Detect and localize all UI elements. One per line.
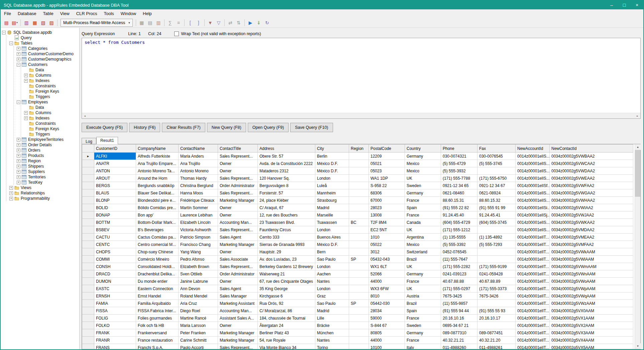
grid-cell[interactable] <box>349 278 369 285</box>
grid-cell[interactable]: Thomas Hardy <box>179 175 218 182</box>
grid-cell[interactable]: EASTC <box>94 285 136 292</box>
grid-cell[interactable]: Switzerland <box>405 248 441 256</box>
grid-cell[interactable]: Sales Represent... <box>218 175 258 182</box>
grid-cell[interactable]: BLONP <box>94 197 136 204</box>
grid-cell[interactable]: CHOPS <box>94 248 136 256</box>
minimize-button[interactable]: – <box>605 1 618 9</box>
grid-cell[interactable]: (5) 555-3932 <box>441 167 477 175</box>
grid-cell[interactable]: T2F 8M4 <box>369 219 405 226</box>
row-selector[interactable] <box>82 270 94 278</box>
grid-cell[interactable]: Madrid <box>315 307 349 315</box>
grid-cell[interactable]: Berkeley Gardens 12 Brewery <box>258 263 315 270</box>
grid-cell[interactable]: Mexico <box>405 160 441 167</box>
grid-cell[interactable]: Owner <box>218 204 258 211</box>
column-header-newcontactid[interactable]: NewContactId <box>550 145 633 153</box>
grid-cell[interactable]: Sao Paulo <box>315 256 349 263</box>
grid-cell[interactable]: (5) 555-3392 <box>441 241 477 248</box>
grid-cell[interactable]: 05023 <box>369 167 405 175</box>
grid-cell[interactable]: 089-0877310 <box>441 329 477 337</box>
grid-cell[interactable]: UK <box>405 226 441 234</box>
grid-cell[interactable]: 0014z00001elIS... <box>516 175 550 182</box>
expand-icon[interactable]: + <box>17 138 20 142</box>
editor-scrollbar-track[interactable] <box>88 113 635 118</box>
grid-cell[interactable]: 0034z00002g5VX5AAM <box>550 344 633 349</box>
grid-cell[interactable]: 0695-34 67 21 <box>441 322 477 329</box>
filter-icon[interactable]: ▽ <box>215 19 223 27</box>
grid-cell[interactable]: BONAP <box>94 211 136 219</box>
grid-cell[interactable]: Forsterstr. 57 <box>258 189 315 197</box>
grid-cell[interactable]: Martín Sommer <box>179 204 218 211</box>
grid-cell[interactable]: Marketing Manager <box>218 241 258 248</box>
grid-cell[interactable]: 1010 <box>369 234 405 241</box>
grid-cell[interactable]: México D.F. <box>315 160 349 167</box>
grid-cell[interactable]: (5) 555-4729 <box>441 160 477 167</box>
grid-cell[interactable]: Carine Schmitt <box>179 337 218 344</box>
grid-cell[interactable]: Aria Cruz <box>179 300 218 307</box>
grid-cell[interactable]: Sweden <box>405 322 441 329</box>
grid-cell[interactable]: 44000 <box>369 278 405 285</box>
grid-cell[interactable]: 0034z00002g5VX0AAM <box>550 307 633 315</box>
grid-cell[interactable]: (171) 555-6750 <box>477 175 516 182</box>
grid-cell[interactable]: 0014z00001elIT... <box>516 241 550 248</box>
expand-icon[interactable]: + <box>17 154 20 158</box>
grid-cell[interactable]: FRANK <box>94 329 136 337</box>
grid-cell[interactable]: Mexico <box>405 167 441 175</box>
grid-cell[interactable]: Tsawassen <box>315 219 349 226</box>
grid-cell-selected[interactable]: ALFKI <box>94 153 136 160</box>
scroll-left-icon[interactable]: ◄ <box>82 113 88 119</box>
grid-cell[interactable] <box>349 315 369 322</box>
grid-cell[interactable]: 0014z00001elISj... <box>516 211 550 219</box>
row-selector[interactable] <box>82 248 94 256</box>
column-header-contacttitle[interactable]: ContactTitle <box>218 145 258 153</box>
grid-cell[interactable]: Mexico <box>405 241 441 248</box>
grid-cell[interactable]: Consolidated Holdi... <box>136 263 179 270</box>
grid-cell[interactable]: 0014z00001elIT... <box>516 307 550 315</box>
tree-node-triggers[interactable]: Triggers <box>24 132 79 137</box>
grid-cell[interactable]: Bräcke <box>315 322 349 329</box>
grid-cell[interactable]: WX3 6FW <box>369 285 405 292</box>
end-block-icon[interactable]: ] <box>195 19 203 27</box>
grid-cell[interactable]: Bólido Comidas pre... <box>136 204 179 211</box>
grid-cell[interactable]: Italy <box>405 344 441 349</box>
begin-block-icon[interactable]: [ <box>186 19 194 27</box>
tree-node-data[interactable]: Data <box>24 67 79 73</box>
grid-cell[interactable]: France <box>405 278 441 285</box>
close-button[interactable]: × <box>631 1 643 9</box>
collapse-icon[interactable]: − <box>17 100 20 104</box>
grid-cell[interactable]: Germany <box>405 189 441 197</box>
grid-cell[interactable]: Marketing Manager <box>218 197 258 204</box>
tree-node-products[interactable]: +Products <box>17 153 79 158</box>
row-selector[interactable] <box>82 204 94 211</box>
grid-cell[interactable]: 0452-076545 <box>441 248 477 256</box>
grid-cell[interactable]: Maria Anders <box>179 153 218 160</box>
scroll-up-icon[interactable]: ▲ <box>635 144 641 150</box>
grid-cell[interactable]: France <box>405 197 441 204</box>
grid-cell[interactable]: Berliner Platz 43 <box>258 329 315 337</box>
grid-cell[interactable]: BOTTM <box>94 219 136 226</box>
grid-corner-header[interactable] <box>82 145 94 153</box>
grid-cell[interactable]: Folies gourmandes <box>136 315 179 322</box>
grid-cell[interactable]: 0034z00002g5VWnAAM <box>550 270 633 278</box>
grid-cell[interactable]: DRACD <box>94 270 136 278</box>
expand-icon[interactable]: + <box>17 181 20 184</box>
tree-node-constraints[interactable]: Constraints <box>24 121 79 126</box>
column-header-postalcode[interactable]: PostalCode <box>369 145 405 153</box>
grid-cell[interactable] <box>477 167 516 175</box>
grid-cell[interactable]: Spain <box>405 204 441 211</box>
grid-cell[interactable]: B's Beverages <box>136 226 179 234</box>
grid-cell[interactable]: 0034z00002g5VX2AAM <box>550 322 633 329</box>
grid-cell[interactable]: Bern <box>315 248 349 256</box>
grid-cell[interactable]: WX1 6LT <box>369 263 405 270</box>
grid-cell[interactable]: Madrid <box>315 204 349 211</box>
grid-cell[interactable]: London <box>315 226 349 234</box>
grid-cell[interactable] <box>477 300 516 307</box>
grid-cell[interactable]: C/ Moralzarzal, 86 <box>258 307 315 315</box>
grid-cell[interactable]: Germany <box>405 270 441 278</box>
tree-node-orders[interactable]: +Orders <box>17 148 79 153</box>
column-header-country[interactable]: Country <box>405 145 441 153</box>
tree-node-foreign-keys[interactable]: Foreign Keys <box>24 126 79 132</box>
expand-icon[interactable]: + <box>17 58 20 61</box>
grid-cell[interactable]: 0014z00001elIT... <box>516 278 550 285</box>
grid-cell[interactable] <box>349 285 369 292</box>
grid-cell[interactable] <box>349 337 369 344</box>
